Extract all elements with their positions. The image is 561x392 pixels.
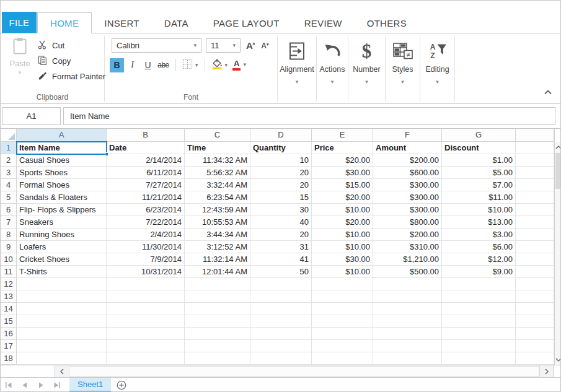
cell-F17[interactable]	[373, 340, 442, 352]
cell-A15[interactable]	[17, 315, 107, 328]
cell-C1[interactable]: Time	[185, 142, 250, 154]
cell-B3[interactable]: 6/11/2014	[107, 167, 185, 179]
cell-E8[interactable]: $10.00	[312, 229, 373, 241]
alignment-button[interactable]: Alignment ▾	[278, 33, 316, 103]
cell-B8[interactable]: 2/4/2014	[107, 229, 185, 241]
cell-A5[interactable]: Sandals & Floaters	[17, 191, 107, 204]
tab-review[interactable]: REVIEW	[292, 12, 355, 33]
row-header-7[interactable]: 7	[1, 216, 17, 229]
cell-C15[interactable]	[185, 315, 250, 328]
column-header-B[interactable]: B	[107, 129, 185, 142]
row-header-10[interactable]: 10	[1, 253, 17, 266]
cell-D1[interactable]: Quantity	[250, 142, 312, 154]
cell-G14[interactable]	[442, 303, 516, 315]
cell-D18[interactable]	[250, 352, 312, 365]
row-header-9[interactable]: 9	[1, 241, 17, 253]
cell-F8[interactable]: $200.00	[373, 229, 442, 241]
cell-E7[interactable]: $20.00	[312, 216, 373, 229]
cell-G2[interactable]: $1.00	[442, 154, 516, 167]
cell-H9[interactable]	[516, 241, 554, 253]
paste-button[interactable]: Paste ▾	[6, 37, 34, 76]
column-header-partial[interactable]	[516, 129, 554, 142]
copy-button[interactable]: Copy	[38, 53, 105, 69]
cell-D3[interactable]: 20	[250, 167, 312, 179]
cell-B10[interactable]: 7/9/2014	[107, 253, 185, 266]
strikethrough-button[interactable]: abe	[156, 58, 170, 72]
cell-H18[interactable]	[516, 352, 554, 365]
editing-button[interactable]: AZ Editing ▾	[420, 33, 454, 103]
cell-D7[interactable]: 40	[250, 216, 312, 229]
actions-button[interactable]: Actions ▾	[317, 33, 348, 103]
cell-B16[interactable]	[107, 328, 185, 340]
cell-E11[interactable]: $10.00	[312, 266, 373, 278]
cell-H7[interactable]	[516, 216, 554, 229]
cell-G16[interactable]	[442, 328, 516, 340]
cell-A14[interactable]	[17, 303, 107, 315]
cell-A8[interactable]: Running Shoes	[17, 229, 107, 241]
name-box-input[interactable]	[2, 107, 61, 125]
cell-C16[interactable]	[185, 328, 250, 340]
cell-D9[interactable]: 31	[250, 241, 312, 253]
cell-F1[interactable]: Amount	[373, 142, 442, 154]
cell-C12[interactable]	[185, 278, 250, 290]
cell-B9[interactable]: 11/30/2014	[107, 241, 185, 253]
cell-A3[interactable]: Sports Shoes	[17, 167, 107, 179]
row-header-5[interactable]: 5	[1, 191, 17, 204]
scroll-right-button[interactable]	[539, 365, 553, 377]
cell-A17[interactable]	[17, 340, 107, 352]
cell-F12[interactable]	[373, 278, 442, 290]
cell-G9[interactable]: $6.00	[442, 241, 516, 253]
cell-A2[interactable]: Casual Shoes	[17, 154, 107, 167]
cell-C4[interactable]: 3:32:44 AM	[185, 179, 250, 191]
cell-E17[interactable]	[312, 340, 373, 352]
cell-F3[interactable]: $600.00	[373, 167, 442, 179]
tab-others[interactable]: OTHERS	[355, 12, 419, 33]
cell-B7[interactable]: 7/22/2014	[107, 216, 185, 229]
cell-H17[interactable]	[516, 340, 554, 352]
cell-G11[interactable]: $9.00	[442, 266, 516, 278]
cell-B1[interactable]: Date	[107, 142, 185, 154]
tab-home[interactable]: HOME	[37, 12, 92, 33]
column-header-D[interactable]: D	[250, 129, 312, 142]
cell-C5[interactable]: 6:23:54 AM	[185, 191, 250, 204]
cell-D12[interactable]	[250, 278, 312, 290]
cell-E14[interactable]	[312, 303, 373, 315]
cell-C11[interactable]: 12:01:44 AM	[185, 266, 250, 278]
cell-F18[interactable]	[373, 352, 442, 365]
cell-H16[interactable]	[516, 328, 554, 340]
cell-F14[interactable]	[373, 303, 442, 315]
cell-E4[interactable]: $15.00	[312, 179, 373, 191]
cell-B14[interactable]	[107, 303, 185, 315]
cell-A11[interactable]: T-Shirts	[17, 266, 107, 278]
cell-G10[interactable]: $12.00	[442, 253, 516, 266]
cell-C18[interactable]	[185, 352, 250, 365]
cell-C10[interactable]: 11:32:14 AM	[185, 253, 250, 266]
cell-D6[interactable]: 30	[250, 204, 312, 216]
row-header-2[interactable]: 2	[1, 154, 17, 167]
tab-insert[interactable]: INSERT	[92, 12, 152, 33]
cell-G15[interactable]	[442, 315, 516, 328]
bold-button[interactable]: B	[110, 58, 124, 72]
cell-C9[interactable]: 3:12:52 AM	[185, 241, 250, 253]
cell-H3[interactable]	[516, 167, 554, 179]
first-sheet-button[interactable]	[1, 378, 17, 392]
cell-A12[interactable]	[17, 278, 107, 290]
cell-B4[interactable]: 7/27/2014	[107, 179, 185, 191]
row-header-1[interactable]: 1	[1, 142, 17, 154]
cell-H15[interactable]	[516, 315, 554, 328]
fill-color-button[interactable]: ▾	[209, 57, 231, 73]
cell-F16[interactable]	[373, 328, 442, 340]
row-header-12[interactable]: 12	[1, 278, 17, 290]
scroll-left-button[interactable]	[55, 365, 69, 377]
cell-A18[interactable]	[17, 352, 107, 365]
sheet-tab-sheet1[interactable]: Sheet1	[69, 378, 111, 392]
cell-B15[interactable]	[107, 315, 185, 328]
cell-G6[interactable]: $10.00	[442, 204, 516, 216]
select-all-button[interactable]	[1, 129, 17, 142]
grow-font-button[interactable]: A▴	[246, 40, 255, 51]
cell-H8[interactable]	[516, 229, 554, 241]
cell-G5[interactable]: $11.00	[442, 191, 516, 204]
cell-H4[interactable]	[516, 179, 554, 191]
cell-H5[interactable]	[516, 191, 554, 204]
cell-B2[interactable]: 2/14/2014	[107, 154, 185, 167]
